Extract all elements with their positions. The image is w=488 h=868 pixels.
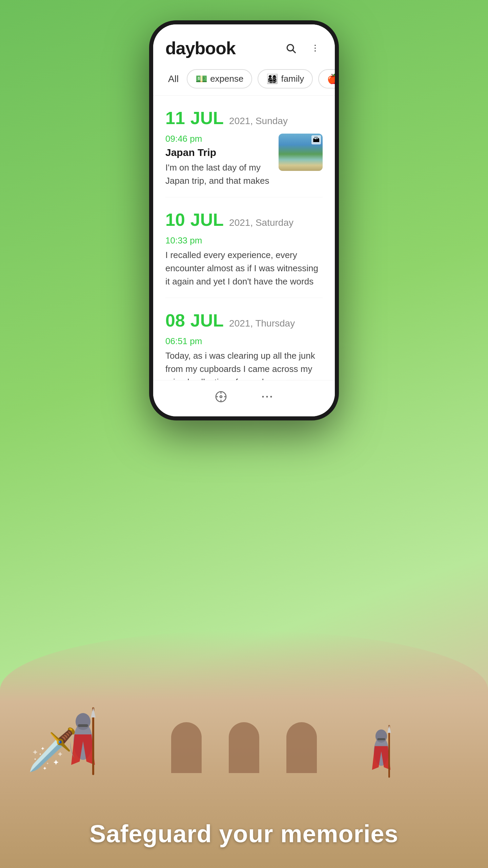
date-section-10jul: 10 JUL 2021, Saturday 10:33 pm I recalle… [165,210,323,298]
svg-point-4 [314,50,316,52]
entry-text-2: I recalled every experience, every encou… [165,249,323,288]
more-nav-item[interactable] [258,387,277,406]
date-section-08jul: 08 JUL 2021, Thursday 06:51 pm Today, as… [165,310,323,380]
entries-list: 11 JUL 2021, Sunday 09:46 pm Japan Trip … [153,96,335,380]
bottom-tagline: Safeguard your memories [0,820,488,848]
entry-time-1: 09:46 pm [165,134,273,144]
entry-time-3: 06:51 pm [165,336,323,347]
landscape-photo [279,134,323,171]
svg-point-19 [374,737,389,766]
entry-time-2: 10:33 pm [165,235,323,246]
entry-title-1: Japan Trip [165,147,273,158]
svg-point-12 [266,396,268,398]
date-section-11jul: 11 JUL 2021, Sunday 09:46 pm Japan Trip … [165,108,323,197]
date-yearsday-1: 2021, Sunday [229,116,288,126]
date-yearsday-3: 2021, Thursday [229,318,295,329]
date-day-08: 08 [165,310,185,331]
more-menu-icon[interactable] [308,41,323,56]
entry-text-3: Today, as i was clearing up all the junk… [165,349,323,380]
svg-point-15 [76,713,90,730]
tags-row: All 💵 expense 👨‍👩‍👧‍👦 family 🍎 food [153,65,335,96]
phone-frame: daybook All [149,20,339,420]
castle-arches [171,722,317,773]
date-month-jul-1: JUL [190,108,224,128]
svg-rect-16 [78,724,88,727]
svg-point-14 [74,723,93,760]
entry-card-2[interactable]: 10:33 pm I recalled every experience, ev… [165,235,323,298]
app-logo: daybook [165,38,236,58]
entry-content-1: 09:46 pm Japan Trip I'm on the last day … [165,134,273,188]
app-header: daybook [153,24,335,65]
entry-text-1: I'm on the last day of my Japan trip, an… [165,161,273,188]
svg-line-1 [293,50,295,53]
tag-chip-expense[interactable]: 💵 expense [187,69,252,88]
tag-all[interactable]: All [165,74,181,84]
bottom-nav [153,380,335,416]
tag-chip-family[interactable]: 👨‍👩‍👧‍👦 family [258,69,313,88]
compass-nav-item[interactable] [211,387,230,406]
entry-content-2: 10:33 pm I recalled every experience, ev… [165,235,323,288]
tag-chip-food[interactable]: 🍎 food [318,69,335,88]
food-emoji: 🍎 [327,73,335,84]
date-header-11jul: 11 JUL 2021, Sunday [165,108,323,128]
entry-card-1[interactable]: 09:46 pm Japan Trip I'm on the last day … [165,134,323,197]
expense-emoji: 💵 [196,73,207,84]
svg-marker-18 [91,707,96,717]
svg-rect-21 [377,738,385,740]
entry-card-3[interactable]: 06:51 pm Today, as i was clearing up all… [165,336,323,380]
svg-point-13 [270,396,272,398]
knight-3 [369,724,393,780]
svg-point-20 [375,729,387,743]
date-month-jul-2: JUL [190,210,224,230]
date-header-08jul: 08 JUL 2021, Thursday [165,310,323,331]
phone-screen: daybook All [153,24,335,416]
svg-point-6 [220,396,222,398]
svg-point-3 [314,47,316,49]
date-yearsday-2: 2021, Saturday [229,217,293,228]
svg-point-11 [262,396,264,398]
family-label: family [281,74,304,84]
svg-marker-23 [387,725,391,733]
entry-content-3: 06:51 pm Today, as i was clearing up all… [165,336,323,380]
svg-rect-17 [92,707,94,775]
date-header-10jul: 10 JUL 2021, Saturday [165,210,323,230]
date-day-10: 10 [165,210,185,230]
search-icon[interactable] [283,41,298,56]
svg-point-2 [314,45,316,46]
svg-rect-22 [388,725,390,778]
entry-image-1 [279,134,323,171]
date-month-jul-3: JUL [190,310,224,331]
knight-2 [68,707,98,776]
expense-label: expense [210,74,243,84]
header-icons [283,41,323,56]
family-emoji: 👨‍👩‍👧‍👦 [266,73,278,84]
date-day-11: 11 [165,108,185,128]
knight-1: 🗡️ [27,729,78,770]
